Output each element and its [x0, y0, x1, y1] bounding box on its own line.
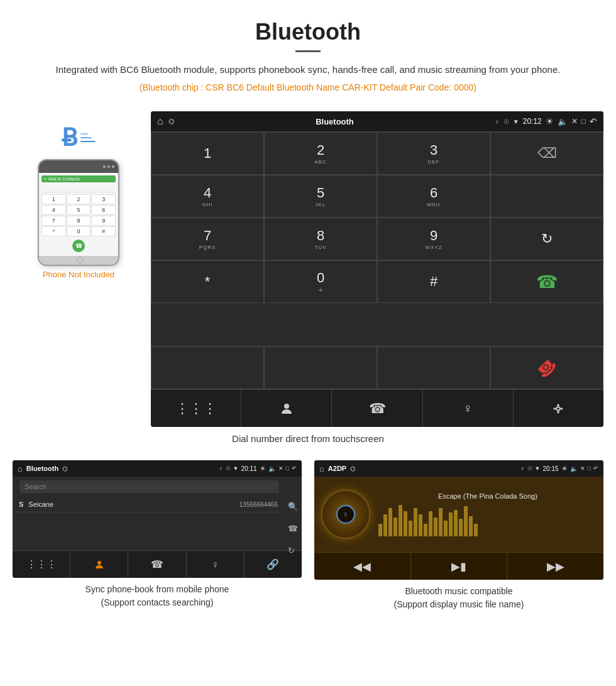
music-playpause-btn[interactable]: ▶▮	[411, 553, 508, 580]
pb-contact-letter: S	[19, 501, 23, 508]
phone-screen: +Add to Contacts 1 2 3 4 5 6 7 8 9 * 0 #	[39, 173, 118, 256]
pb-contact-number: 13566664466	[239, 501, 278, 508]
back-icon[interactable]: ↶	[590, 116, 597, 126]
phone-key-9[interactable]: 9	[91, 216, 116, 226]
music-home-icon[interactable]: ⌂	[319, 464, 324, 473]
dial-key-7[interactable]: 7 PQRS	[151, 218, 264, 260]
pb-reload-side-icon[interactable]: ↻	[288, 546, 298, 555]
eq-bar	[474, 524, 478, 536]
call-green-icon: ☎	[536, 272, 558, 292]
music-vol-icon[interactable]: 🔈	[570, 465, 578, 472]
phone-key-6[interactable]: 6	[91, 205, 116, 215]
close-icon[interactable]: ✕	[571, 117, 578, 126]
phone-key-star[interactable]: *	[41, 226, 66, 236]
pb-close-icon[interactable]: ✕	[278, 465, 283, 472]
car-phone-btn[interactable]: ☎	[332, 390, 422, 427]
phone-not-included-label: Phone Not Included	[43, 270, 114, 279]
car-time: 20:12	[523, 117, 542, 126]
camera-icon[interactable]: ☀	[546, 116, 554, 126]
pb-phone-btn[interactable]: ☎	[128, 551, 186, 578]
pb-win-icon[interactable]: □	[286, 465, 289, 472]
car-dialpad-screen: ⌂ ⌬ Bluetooth ♀ ☉ ▼ 20:12 ☀ 🔈 ✕ □ ↶ 1 2 …	[151, 111, 603, 427]
window-icon[interactable]: □	[581, 117, 586, 126]
dial-call-red-button[interactable]: ☎	[490, 346, 603, 389]
pb-status-bar: ⌂ Bluetooth ⌬ ♀ ☉ ▼ 20:11 ☀ 🔈 ✕ □ ↶	[13, 460, 302, 477]
bluetooth-symbol-icon: Ƀ	[62, 124, 78, 152]
pb-search-field[interactable]: Search	[19, 480, 279, 493]
dial-key-3[interactable]: 3 DEF	[377, 132, 490, 175]
pb-loc-icon: ☉	[226, 465, 231, 472]
music-time: 20:15	[543, 465, 559, 472]
eq-bar	[399, 505, 402, 536]
phone-key-7[interactable]: 7	[41, 216, 66, 226]
dial-key-9[interactable]: 9 WXYZ	[377, 218, 490, 260]
dial-empty-backspace[interactable]: ⌫	[490, 132, 603, 175]
dial-key-6[interactable]: 6 MNO	[377, 175, 490, 218]
phone-key-0[interactable]: 0	[67, 226, 91, 236]
phone-key-1[interactable]: 1	[41, 194, 66, 204]
dial-reload[interactable]: ↻	[490, 218, 603, 260]
dial-key-5[interactable]: 5 JKL	[264, 175, 377, 218]
eq-bar	[469, 516, 473, 536]
dial-call-green-button[interactable]: ☎	[490, 260, 603, 303]
phone-home-button[interactable]	[39, 256, 119, 265]
phonebook-screenshot-wrap: ⌂ Bluetooth ⌬ ♀ ☉ ▼ 20:11 ☀ 🔈 ✕ □ ↶	[13, 460, 302, 611]
album-art: ♀	[321, 489, 371, 539]
dial-key-8[interactable]: 8 TUV	[264, 218, 377, 260]
pb-cam-icon[interactable]: ☀	[260, 465, 266, 473]
svg-point-1	[557, 407, 561, 411]
dial-key-hash[interactable]: #	[377, 260, 490, 303]
music-usb-icon: ⌬	[350, 465, 356, 472]
car-settings-btn[interactable]	[514, 390, 603, 427]
car-contacts-btn[interactable]	[241, 390, 332, 427]
reload-icon: ↻	[541, 231, 553, 247]
page-title: Bluetooth	[38, 19, 578, 45]
pb-back-icon[interactable]: ↶	[292, 465, 297, 472]
music-win-icon[interactable]: □	[588, 465, 591, 472]
pb-contacts-btn[interactable]	[70, 551, 128, 578]
eq-bar	[393, 517, 397, 536]
volume-icon[interactable]: 🔈	[558, 117, 568, 126]
phone-key-8[interactable]: 8	[67, 216, 91, 226]
pb-vol-icon[interactable]: 🔈	[268, 465, 276, 472]
eq-bar	[409, 521, 412, 536]
eq-bar	[424, 524, 427, 536]
music-prev-btn[interactable]: ◀◀	[314, 553, 411, 580]
music-next-btn[interactable]: ▶▶	[507, 553, 603, 580]
music-close-icon[interactable]: ✕	[580, 465, 585, 472]
dial-key-0[interactable]: 0+	[264, 260, 377, 303]
pb-home-icon[interactable]: ⌂	[18, 464, 23, 473]
phone-bottom-row: ☎	[41, 238, 116, 253]
pb-contact-row[interactable]: S Seicane 13566664466	[13, 497, 284, 512]
phonebook-screen: ⌂ Bluetooth ⌬ ♀ ☉ ▼ 20:11 ☀ 🔈 ✕ □ ↶	[13, 460, 302, 578]
eq-bar	[454, 510, 458, 536]
car-dialpad-btn[interactable]: ⋮⋮⋮	[151, 390, 241, 427]
eq-bar	[388, 508, 392, 536]
music-back-icon[interactable]: ↶	[593, 465, 598, 472]
phone-key-5[interactable]: 5	[67, 205, 91, 215]
title-underline	[295, 50, 321, 52]
pb-search-side-icon[interactable]: 🔍	[288, 502, 298, 511]
pb-search-area: Search	[16, 480, 283, 493]
phone-call-button[interactable]: ☎	[72, 240, 85, 252]
phone-key-3[interactable]: 3	[91, 194, 116, 204]
dial-key-2[interactable]: 2 ABC	[264, 132, 377, 175]
phone-key-4[interactable]: 4	[41, 205, 66, 215]
music-controls: ◀◀ ▶▮ ▶▶	[314, 552, 603, 580]
pb-call-side-icon[interactable]: ☎	[288, 524, 298, 533]
page-description: Integrated with BC6 Bluetooth module, su…	[38, 62, 578, 77]
dial-key-4[interactable]: 4 GHI	[151, 175, 264, 218]
pb-bt-btn[interactable]: ♀	[187, 551, 245, 578]
signal-icon: ▼	[513, 118, 519, 125]
music-screen: ⌂ A2DP ⌬ ♀ ☉ ▼ 20:15 ☀ 🔈 ✕ □ ↶	[314, 460, 603, 580]
car-bluetooth-btn[interactable]: ♀	[423, 390, 514, 427]
pb-dialpad-btn[interactable]: ⋮⋮⋮	[13, 551, 70, 578]
music-cam-icon[interactable]: ☀	[561, 465, 568, 473]
phone-key-hash[interactable]: #	[91, 226, 116, 236]
phone-key-2[interactable]: 2	[67, 194, 91, 204]
dial-key-1[interactable]: 1	[151, 132, 264, 175]
phone-contact-add	[41, 185, 116, 192]
eq-bar	[459, 519, 463, 536]
home-icon[interactable]: ⌂	[157, 116, 163, 127]
dial-key-star[interactable]: *	[151, 260, 264, 303]
